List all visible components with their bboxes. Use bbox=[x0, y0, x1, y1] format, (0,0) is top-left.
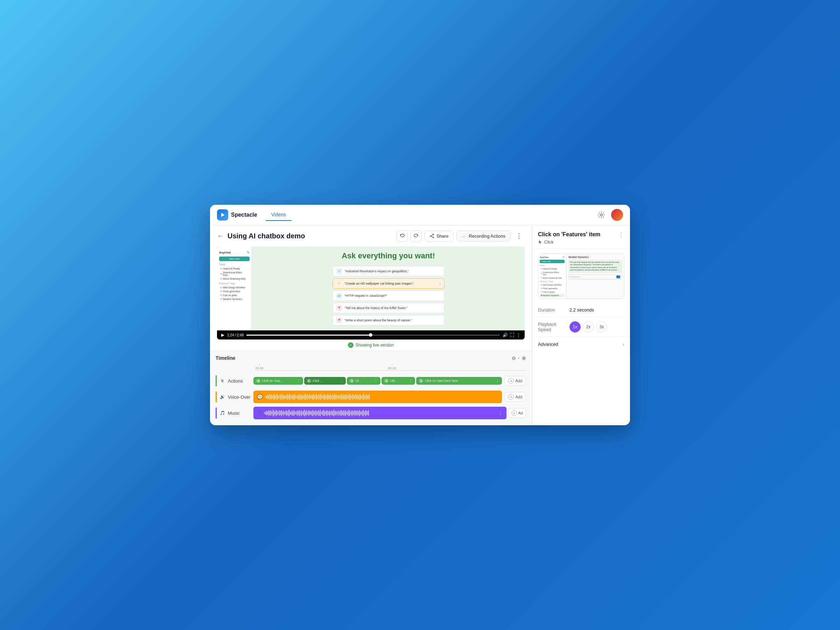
zoom-out-button[interactable]: ⊖ bbox=[512, 355, 516, 361]
thumb-response-bubble: The two main reasons why the weather doe… bbox=[568, 260, 622, 273]
music-track-row: 🎵 Music 🎵 ⋮ + Ad bbox=[210, 405, 532, 421]
left-panel: ← Using AI chatbox demo bbox=[210, 226, 532, 425]
music-clip-more[interactable]: ⋮ bbox=[498, 410, 503, 416]
thumb-left-header: AnyChat ✎ bbox=[540, 256, 565, 259]
actions-track-clips: 🖱 Click on 'Fea... ⋮ 🖱 Click ... ⋮ 🖱 Cli… bbox=[253, 376, 526, 386]
play-button[interactable]: ▶ bbox=[221, 333, 224, 337]
chat-icon-question: ? bbox=[336, 268, 342, 274]
music-clip[interactable]: 🎵 ⋮ bbox=[253, 407, 507, 419]
video-header-controls: Share ··· Recording Actions ⋮ bbox=[396, 230, 525, 242]
thumb-chat-item: Photo generation bbox=[540, 287, 565, 290]
speed-2x-button[interactable]: 2x bbox=[583, 321, 594, 333]
svg-point-1 bbox=[600, 214, 602, 216]
recording-actions-button[interactable]: ··· Recording Actions bbox=[456, 231, 511, 242]
sidebar-chat-item[interactable]: Photo generation bbox=[219, 289, 249, 293]
duration-label: Duration bbox=[538, 307, 570, 313]
anychat-sidebar: AnyChat ✎ New chat Today Helpful AI Read… bbox=[217, 246, 252, 330]
logo-text: Spectacle bbox=[231, 212, 257, 218]
time-ruler: 00:00 00:10 bbox=[216, 364, 526, 371]
fullscreen-icon[interactable]: ⛶ bbox=[510, 333, 514, 337]
playback-speed-row: PlaybackSpeed 1x 2x 3x bbox=[532, 317, 630, 337]
svg-line-5 bbox=[431, 235, 433, 235]
music-track-label: 🎵 Music bbox=[216, 407, 251, 418]
sidebar-chat-item[interactable]: Helpful AI Ready bbox=[219, 267, 249, 270]
clip-more[interactable]: ⋮ bbox=[339, 379, 343, 383]
playback-speed-label: PlaybackSpeed bbox=[538, 322, 570, 332]
action-clip-3[interactable]: 🖱 Cli... ⋮ bbox=[347, 377, 381, 385]
add-action-button[interactable]: + Add bbox=[504, 376, 526, 386]
sidebar-chat-item[interactable]: Movie Streaming Help bbox=[219, 277, 249, 281]
right-panel-header: Click on 'Features' item Click ⋮ bbox=[532, 226, 630, 249]
share-button[interactable]: Share bbox=[425, 231, 454, 242]
chat-icon-pin: 📍 bbox=[336, 305, 342, 311]
redo-button[interactable] bbox=[411, 230, 422, 242]
thumb-right: Weather Dynamics The two main reasons wh… bbox=[566, 254, 624, 298]
anychat-header: AnyChat ✎ bbox=[219, 249, 249, 257]
add-music-button[interactable]: + Ad bbox=[508, 408, 526, 418]
video-title: Using AI chatbox demo bbox=[227, 232, 305, 240]
chat-item-5: 📍 "Write a short poem about the beauty o… bbox=[333, 315, 445, 325]
add-icon: + bbox=[508, 378, 514, 384]
action-clip-2[interactable]: 🖱 Click ... ⋮ bbox=[304, 377, 346, 385]
speed-1x-button[interactable]: 1x bbox=[570, 321, 581, 333]
right-panel-more-button[interactable]: ⋮ bbox=[618, 231, 624, 239]
chat-icon-pin2: 📍 bbox=[336, 317, 342, 323]
sidebar-chat-item[interactable]: Cats on grass bbox=[219, 293, 249, 297]
voiceover-track-clips: 💬 + Add bbox=[253, 391, 526, 403]
right-panel: Click on 'Features' item Click ⋮ AnyChat… bbox=[532, 226, 630, 425]
volume-icon[interactable]: 🔊 bbox=[503, 333, 508, 337]
chat-item-1: ? "Industrial Revolution's impact on geo… bbox=[333, 266, 445, 276]
clip-icon: 🖱 bbox=[350, 379, 354, 383]
header-more-button[interactable]: ⋮ bbox=[513, 230, 525, 242]
video-right-controls: 🔊 ⛶ ⋮ bbox=[503, 333, 521, 337]
sidebar-chat-item[interactable]: Web Design Workflow bbox=[219, 286, 249, 289]
music-track-icon: 🎵 bbox=[219, 409, 226, 417]
live-check-icon: ✓ bbox=[348, 342, 354, 348]
clip-more[interactable]: ⋮ bbox=[496, 379, 499, 383]
svg-point-2 bbox=[433, 234, 434, 235]
chat-icon-code: </> bbox=[336, 293, 342, 298]
logo-area: Spectacle bbox=[217, 209, 257, 221]
add-voiceover-button[interactable]: + Add bbox=[504, 392, 526, 402]
duration-value: 2.2 seconds bbox=[570, 307, 594, 313]
settings-icon[interactable] bbox=[596, 209, 607, 221]
action-clip-5[interactable]: 🖱 Click on 'start here' item ⋮ bbox=[416, 377, 502, 385]
svg-point-3 bbox=[433, 237, 434, 238]
advanced-row[interactable]: Advanced › bbox=[532, 337, 630, 352]
action-clip-1[interactable]: 🖱 Click on 'Fea... ⋮ bbox=[253, 377, 303, 385]
header-actions bbox=[596, 209, 623, 221]
zoom-in-button[interactable]: ⊕ bbox=[522, 355, 526, 361]
thumb-new-chat: + New chat bbox=[540, 260, 565, 263]
speed-3x-button[interactable]: 3x bbox=[596, 321, 607, 333]
voiceover-track-label: 🔊 Voice-Over bbox=[216, 391, 251, 403]
zoom-controls: ⊖ - ⊕ bbox=[512, 355, 526, 361]
svg-marker-0 bbox=[221, 213, 225, 217]
thumb-chat-item: Weather Dynamics bbox=[540, 294, 565, 297]
waveform-voiceover bbox=[265, 393, 498, 400]
action-clip-4[interactable]: 🖱 Clic... ⋮ bbox=[382, 377, 415, 385]
back-button[interactable]: ← bbox=[217, 232, 223, 240]
clip-more[interactable]: ⋮ bbox=[409, 379, 412, 383]
video-progress-bar[interactable] bbox=[246, 335, 500, 336]
nav-tab-videos[interactable]: Videos bbox=[266, 209, 292, 221]
undo-button[interactable] bbox=[396, 230, 408, 242]
sidebar-chat-item[interactable]: Weather Dynamics bbox=[219, 297, 249, 301]
chat-item-3: </> "HTTP request in JavaScript?" bbox=[333, 291, 445, 301]
voiceover-clip[interactable]: 💬 bbox=[253, 391, 502, 403]
thumb-chat-input: Regenerate → bbox=[568, 275, 622, 279]
new-chat-button[interactable]: New chat bbox=[219, 257, 249, 261]
advanced-label: Advanced bbox=[538, 342, 558, 347]
clip-more[interactable]: ⋮ bbox=[297, 379, 300, 383]
clip-more[interactable]: ⋮ bbox=[374, 379, 377, 383]
clip-icon: 🖱 bbox=[419, 379, 423, 383]
nav-tabs: Videos bbox=[266, 209, 292, 221]
add-icon-music: + bbox=[512, 410, 517, 416]
actions-color-bar bbox=[216, 375, 217, 387]
zoom-divider: - bbox=[518, 355, 520, 361]
right-panel-info: Click on 'Features' item Click bbox=[538, 231, 600, 245]
sidebar-chat-item[interactable]: Greenhouse Effect Expl... bbox=[219, 270, 249, 277]
action-title: Click on 'Features' item bbox=[538, 231, 600, 238]
more-video-icon[interactable]: ⋮ bbox=[516, 333, 521, 337]
ruler-inner: 00:00 00:10 bbox=[256, 364, 526, 371]
user-avatar[interactable] bbox=[611, 209, 623, 221]
